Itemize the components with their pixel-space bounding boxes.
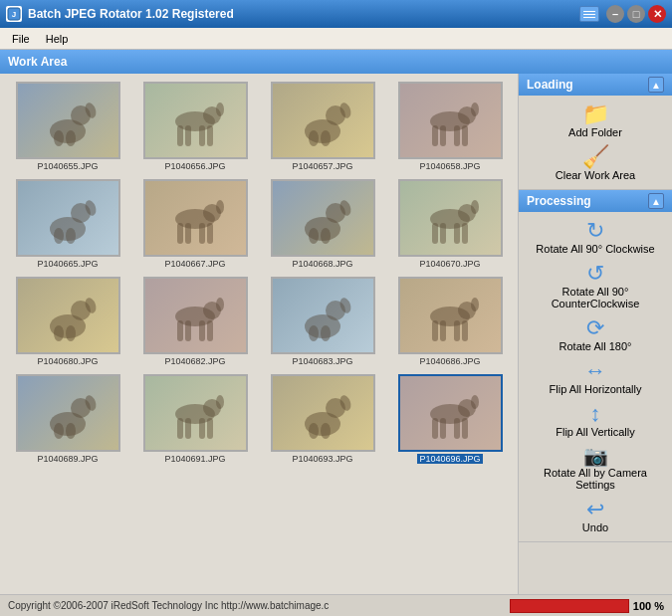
rotate-camera-button[interactable]: Rotate All by Camera Settings [531,444,660,493]
svg-text:J: J [12,10,16,19]
rotate-cw-icon [586,220,604,242]
image-filename: P1040657.JPG [292,161,352,171]
image-filename: P1040667.JPG [164,259,225,269]
rotate-camera-icon [583,446,608,466]
image-cell[interactable]: P1040696.JPG [388,372,512,466]
add-folder-button[interactable]: Add Folder [531,102,660,140]
image-cell[interactable]: P1040656.JPG [133,80,257,173]
image-cell[interactable]: P1040670.JPG [388,177,512,271]
svg-point-17 [321,130,331,146]
title-menu-button[interactable] [579,6,599,22]
clear-label: Clear Work Area [556,169,636,181]
image-cell[interactable]: P1040657.JPG [261,80,384,173]
title-bar: J Batch JPEG Rotator 1.02 Registered – □… [0,0,672,28]
image-cell[interactable]: P1040686.JPG [388,275,512,368]
app-title: Batch JPEG Rotator 1.02 Registered [28,7,579,21]
svg-point-90 [309,423,319,439]
menu-help[interactable]: Help [38,31,77,47]
svg-point-21 [471,103,479,116]
svg-point-66 [309,325,319,341]
image-filename: P1040668.JPG [292,259,352,269]
flip-h-label: Flip All Horizontally [550,383,642,395]
svg-point-9 [216,103,224,116]
loading-section-header: Loading ▲ [519,74,672,96]
flip-h-icon [584,360,606,382]
image-filename: P1040686.JPG [419,356,480,366]
svg-point-42 [309,228,319,244]
rotate-camera-label: Rotate All by Camera Settings [535,467,656,491]
processing-section: Processing ▲ Rotate All 90° ClockwiseRot… [519,190,672,542]
image-cell[interactable]: P1040667.JPG [133,177,257,271]
image-filename: P1040683.JPG [292,356,352,366]
processing-collapse-btn[interactable]: ▲ [648,193,664,209]
flip-h-button[interactable]: Flip All Horizontally [531,358,660,397]
rotate-180-button[interactable]: Rotate All 180° [531,315,660,354]
clear-work-area-button[interactable]: Clear Work Area [531,144,660,183]
image-cell[interactable]: P1040665.JPG [6,177,129,271]
undo-label: Undo [582,521,608,533]
menu-file[interactable]: File [4,31,38,47]
image-cell[interactable]: P1040683.JPG [261,275,384,368]
right-panel: Loading ▲ Add Folder Clear Work Area Pro… [518,74,672,594]
processing-section-content: Rotate All 90° ClockwiseRotate All 90° C… [519,212,672,541]
svg-point-78 [54,423,64,439]
app-icon: J [6,6,22,22]
add-folder-label: Add Folder [568,126,622,138]
svg-point-18 [309,130,319,146]
rotate-ccw-button[interactable]: Rotate All 90° CounterClockwise [531,261,660,311]
image-cell[interactable]: P1040682.JPG [133,275,257,368]
rotate-cw-label: Rotate All 90° Clockwise [536,243,654,255]
progress-bar [511,600,628,612]
image-filename: P1040655.JPG [37,161,98,171]
loading-collapse-btn[interactable]: ▲ [648,77,664,93]
menu-bar: File Help [0,28,672,50]
image-filename: P1040658.JPG [419,161,480,171]
rotate-180-label: Rotate All 180° [560,340,632,352]
image-cell[interactable]: P1040680.JPG [6,275,129,368]
progress-bar-container [510,599,629,613]
image-cell[interactable]: P1040693.JPG [261,372,384,466]
svg-point-69 [471,298,479,311]
svg-point-41 [321,228,331,244]
image-filename: P1040680.JPG [37,356,98,366]
image-filename: P1040665.JPG [37,259,98,269]
image-filename: P1040656.JPG [164,161,225,171]
loading-section: Loading ▲ Add Folder Clear Work Area [519,74,672,190]
copyright-text: Copyright ©2006-2007 iRedSoft Technology… [8,600,510,611]
svg-point-89 [321,423,331,439]
image-filename: P1040693.JPG [292,454,352,464]
image-filename: P1040696.JPG [417,454,482,464]
flip-v-button[interactable]: Flip All Vertically [531,401,660,440]
image-grid[interactable]: P1040655.JPG P1040656.JPG P1040657.JPG P… [0,74,518,594]
svg-point-65 [321,325,331,341]
image-cell[interactable]: P1040691.JPG [133,372,257,466]
close-button[interactable]: ✕ [648,5,666,23]
image-cell[interactable]: P1040655.JPG [6,80,129,173]
status-bar: Copyright ©2006-2007 iRedSoft Technology… [0,594,672,616]
clear-icon [582,146,609,168]
image-cell[interactable]: P1040668.JPG [261,177,384,271]
image-filename: P1040682.JPG [164,356,225,366]
minimize-button[interactable]: – [606,5,624,23]
progress-label: 100 % [633,600,664,612]
processing-section-header: Processing ▲ [519,190,672,212]
restore-button[interactable]: □ [627,5,645,23]
image-cell[interactable]: P1040658.JPG [388,80,512,173]
svg-point-57 [216,298,224,311]
undo-button[interactable]: Undo [531,497,660,535]
rotate-ccw-icon [586,263,604,285]
svg-point-45 [471,200,479,214]
image-filename: P1040691.JPG [164,454,225,464]
svg-point-53 [66,325,76,341]
svg-point-81 [216,395,224,409]
flip-v-icon [590,403,601,425]
image-cell[interactable]: P1040689.JPG [6,372,129,466]
svg-point-6 [54,130,64,146]
rotate-180-icon [586,317,604,339]
rotate-cw-button[interactable]: Rotate All 90° Clockwise [531,218,660,257]
svg-point-33 [216,200,224,214]
svg-point-29 [66,228,76,244]
rotate-ccw-label: Rotate All 90° CounterClockwise [535,286,656,309]
undo-icon [586,499,604,520]
add-folder-icon [582,103,609,125]
